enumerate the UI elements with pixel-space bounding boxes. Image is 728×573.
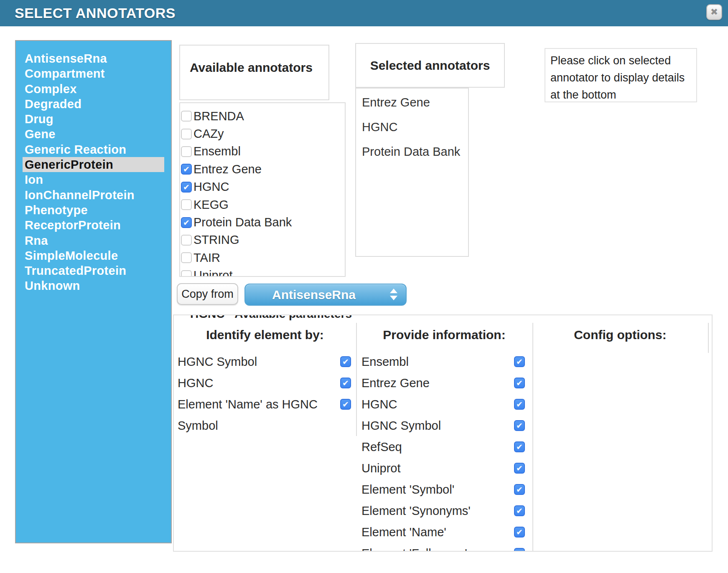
parameter-label: HGNC (174, 373, 328, 394)
annotator-label: Ensembl (193, 145, 241, 158)
annotator-checkbox[interactable]: ✔ (181, 199, 192, 210)
parameter-row: HGNC ✔ (356, 394, 532, 415)
parameter-label: HGNC (356, 394, 532, 415)
sidebar-item[interactable]: Complex (23, 81, 164, 96)
selected-annotator-item[interactable]: Entrez Gene (362, 90, 468, 115)
copy-from-button[interactable]: Copy from (177, 283, 238, 305)
parameter-checkbox[interactable]: ✔ (514, 463, 525, 474)
annotator-checkbox[interactable]: ✔ (181, 182, 192, 193)
check-icon: ✔ (516, 442, 523, 451)
parameter-checkbox[interactable]: ✔ (340, 378, 351, 388)
parameter-checkbox[interactable]: ✔ (340, 399, 351, 410)
available-annotator-row: ✔ Uniprot (181, 267, 345, 277)
parameter-checkbox[interactable]: ✔ (514, 441, 525, 452)
parameter-checkbox[interactable]: ✔ (514, 527, 525, 538)
available-annotator-row: ✔ CAZy (181, 125, 345, 142)
parameter-label: Uniprot (356, 458, 532, 479)
annotator-label: HGNC (193, 180, 229, 194)
available-annotator-row: ✔ Ensembl (181, 143, 345, 160)
sidebar-item[interactable]: ReceptorProtein (23, 218, 164, 233)
selected-annotator-item[interactable]: Protein Data Bank (362, 139, 468, 164)
available-annotator-row: ✔ Entrez Gene (181, 160, 345, 178)
sidebar-item[interactable]: AntisenseRna (23, 51, 164, 66)
parameter-label: Ensembl (356, 351, 532, 373)
annotator-label: Uniprot (193, 269, 233, 277)
parameter-checkbox[interactable]: ✔ (514, 378, 525, 388)
parameter-label: Element 'Name' (356, 522, 532, 543)
parameter-label: RefSeq (356, 436, 532, 458)
sidebar-item[interactable]: Phenotype (23, 203, 164, 218)
annotator-checkbox[interactable]: ✔ (181, 129, 192, 139)
identify-parameters: HGNC Symbol ✔ HGNC ✔ Element 'Name' as H… (174, 351, 356, 436)
annotator-checkbox[interactable]: ✔ (181, 235, 192, 246)
check-icon: ✔ (516, 357, 523, 366)
annotator-checkbox[interactable]: ✔ (181, 111, 192, 122)
sidebar-item[interactable]: Rna (23, 233, 164, 248)
annotator-checkbox[interactable]: ✔ (181, 217, 192, 228)
sidebar-item[interactable]: Degraded (23, 96, 164, 112)
parameter-row: HGNC Symbol ✔ (356, 415, 532, 436)
annotator-label: KEGG (193, 198, 229, 212)
parameter-checkbox[interactable]: ✔ (514, 548, 525, 552)
copy-source-select[interactable]: AntisenseRna (244, 284, 407, 306)
parameter-checkbox[interactable]: ✔ (514, 484, 525, 495)
parameter-row: Element 'Synonyms' ✔ (356, 500, 532, 522)
available-annotator-row: ✔ KEGG (181, 196, 345, 213)
arrow-up-icon (390, 289, 397, 293)
config-column-header: Config options: (532, 328, 708, 342)
parameter-label: Element 'Symbol' (356, 479, 532, 500)
arrow-down-icon (390, 296, 397, 300)
parameter-label: HGNC Symbol (356, 415, 532, 436)
available-annotator-row: ✔ Protein Data Bank (181, 213, 345, 231)
dialog-title: SELECT ANNOTATORS (15, 0, 176, 26)
sidebar-item[interactable]: Drug (23, 112, 164, 127)
check-icon: ✔ (516, 400, 523, 409)
sidebar-item[interactable]: Ion (23, 172, 164, 187)
check-icon: ✔ (183, 183, 190, 192)
provide-column-header: Provide information: (356, 328, 532, 342)
select-arrows-icon (390, 289, 398, 300)
parameter-label: Entrez Gene (356, 373, 532, 394)
parameter-checkbox[interactable]: ✔ (514, 420, 525, 431)
annotator-checkbox[interactable]: ✔ (181, 146, 192, 157)
selected-annotator-item[interactable]: HGNC (362, 115, 468, 139)
sidebar-item[interactable]: Generic Reaction (23, 142, 164, 157)
fieldset-legend: HGNC - Available parameters (185, 314, 357, 321)
annotator-checkbox[interactable]: ✔ (181, 270, 192, 277)
close-button[interactable]: ✖ (706, 4, 722, 20)
dialog-header: SELECT ANNOTATORS (0, 0, 728, 26)
parameter-row: RefSeq ✔ (356, 436, 532, 458)
parameter-row: Element 'Full name' ✔ (356, 543, 532, 552)
check-icon: ✔ (516, 549, 523, 552)
provide-parameters: Ensembl ✔ Entrez Gene ✔ HGNC ✔ HGNC (356, 351, 532, 552)
parameter-label: Element 'Full name' (356, 543, 532, 552)
annotator-label: CAZy (193, 127, 224, 141)
annotator-checkbox[interactable]: ✔ (181, 252, 192, 263)
sidebar-item[interactable]: SimpleMolecule (23, 248, 164, 263)
sidebar-item[interactable]: Unknown (23, 278, 164, 293)
sidebar-item[interactable]: Gene (23, 127, 164, 142)
check-icon: ✔ (183, 218, 190, 227)
element-type-panel: AntisenseRna Compartment Complex Degrade… (15, 40, 172, 543)
parameter-checkbox[interactable]: ✔ (340, 356, 351, 367)
parameter-row: Element 'Name' as HGNC Symbol ✔ (174, 394, 356, 436)
check-icon: ✔ (516, 421, 523, 430)
parameter-checkbox[interactable]: ✔ (514, 399, 525, 410)
sidebar-item[interactable]: IonChannelProtein (23, 188, 164, 203)
sidebar-item[interactable]: Compartment (23, 66, 164, 81)
parameter-checkbox[interactable]: ✔ (514, 356, 525, 367)
parameter-row: Element 'Name' ✔ (356, 522, 532, 543)
check-icon: ✔ (516, 527, 523, 537)
parameter-row: Uniprot ✔ (356, 458, 532, 479)
available-annotator-row: ✔ HGNC (181, 178, 345, 196)
annotator-label: Entrez Gene (193, 162, 262, 176)
parameter-checkbox[interactable]: ✔ (514, 505, 525, 516)
sidebar-item[interactable]: GenericProtein (23, 157, 164, 172)
annotator-checkbox[interactable]: ✔ (181, 164, 192, 175)
selected-annotators-list: Entrez Gene HGNC Protein Data Bank (355, 88, 469, 257)
check-icon: ✔ (516, 464, 523, 473)
available-annotators-list: ✔ BRENDA ✔ CAZy ✔ Ensembl ✔ Entrez Gene (179, 102, 346, 277)
parameter-row: Element 'Symbol' ✔ (356, 479, 532, 500)
sidebar-item[interactable]: TruncatedProtein (23, 263, 164, 278)
element-type-list: AntisenseRna Compartment Complex Degrade… (23, 51, 164, 294)
